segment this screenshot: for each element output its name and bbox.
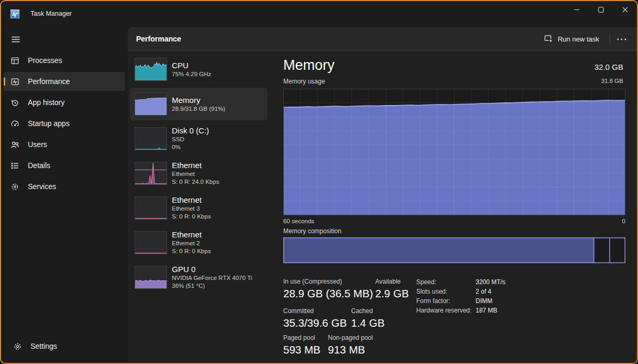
maximize-button[interactable]	[589, 1, 613, 18]
sidebar-item-label: Details	[28, 161, 50, 170]
perf-item-title: GPU 0	[172, 265, 252, 274]
perf-item-memory[interactable]: Memory28.9/31.8 GB (91%)	[130, 88, 267, 120]
close-button[interactable]	[613, 1, 637, 18]
sidebar-item-label: Startup apps	[28, 119, 69, 128]
info-label: Speed:	[416, 278, 476, 288]
perf-item-title: CPU	[172, 61, 211, 70]
services-icon	[11, 182, 19, 191]
info-row: Hardware reserved:187 MB	[416, 307, 506, 316]
run-new-task-label: Run new task	[558, 35, 599, 43]
panel-header: Performance Run new task	[128, 27, 637, 51]
info-value: DIMM	[476, 297, 492, 307]
performance-icon	[11, 77, 19, 86]
sidebar-item-label: Performance	[28, 77, 70, 86]
perf-item-gpu-0[interactable]: GPU 0NVIDIA GeForce RTX 4070 Ti36% (51 °…	[130, 261, 267, 294]
sidebar-item-label: App history	[28, 98, 65, 107]
sidebar-item-label: Users	[28, 140, 47, 149]
info-label: Form factor:	[416, 297, 476, 307]
perf-item-title: Disk 0 (C:)	[172, 126, 209, 136]
perf-item-subtext: S: 0 R: 24.0 Kbps	[172, 178, 219, 186]
perf-item-title: Ethernet	[172, 195, 211, 205]
info-label: Hardware reserved:	[416, 307, 476, 316]
sidebar-item-label: Settings	[30, 342, 57, 350]
perf-item-subtext: 0%	[172, 143, 209, 151]
detail-title: Memory	[283, 57, 335, 74]
info-row: Speed:3200 MT/s	[416, 278, 506, 288]
stat-paged-pool: Paged pool 593 MB	[283, 334, 321, 356]
hamburger-menu-icon[interactable]	[8, 32, 24, 47]
sidebar-settings-container: Settings	[4, 337, 125, 358]
perf-item-ethernet-2[interactable]: EthernetEthernet 2S: 0 R: 0 Kbps	[130, 226, 267, 259]
window-title: Task Manager	[30, 10, 72, 17]
chart-x-axis: 60 seconds 0	[283, 218, 625, 224]
sidebar-nav: ProcessesPerformanceApp historyStartup a…	[1, 51, 128, 198]
x-axis-left-label: 60 seconds	[283, 218, 314, 224]
sidebar-item-settings[interactable]: Settings	[6, 337, 122, 356]
perf-item-subtext: Ethernet 2	[172, 240, 211, 247]
sidebar-item-app-history[interactable]: App history	[4, 93, 125, 112]
window-controls	[564, 1, 637, 18]
sidebar-item-startup-apps[interactable]: Startup apps	[4, 114, 125, 133]
sidebar-item-processes[interactable]: Processes	[4, 51, 125, 70]
perf-item-title: Ethernet	[172, 230, 211, 240]
stat-committed: Committed 35.3/39.6 GB	[283, 307, 347, 329]
perf-item-subtext: 28.9/31.8 GB (91%)	[172, 105, 225, 113]
info-value: 3200 MT/s	[476, 278, 506, 288]
chart-scale-max: 31.8 GB	[601, 78, 623, 84]
perf-item-subtext: SSD	[172, 136, 209, 143]
ethernet-1-sparkline	[135, 162, 167, 184]
perf-item-disk-0[interactable]: Disk 0 (C:)SSD0%	[130, 122, 267, 155]
processes-icon	[11, 56, 19, 65]
sidebar-item-details[interactable]: Details	[4, 156, 125, 175]
info-value: 187 MB	[476, 307, 497, 316]
stat-non-paged-pool: Non-paged pool 913 MB	[328, 334, 373, 356]
performance-resource-list: CPU75% 4.29 GHzMemory28.9/31.8 GB (91%)D…	[130, 53, 267, 296]
cpu-sparkline	[135, 58, 167, 80]
ethernet-2-sparkline	[135, 232, 167, 254]
memory-sparkline	[135, 93, 167, 115]
sidebar-item-performance[interactable]: Performance	[4, 72, 125, 91]
x-axis-right-label: 0	[622, 218, 625, 224]
titlebar: Task Manager	[1, 1, 637, 27]
header-divider	[610, 34, 610, 45]
perf-item-ethernet-3[interactable]: EthernetEthernet 3S: 0 R: 0 Kbps	[130, 192, 267, 224]
run-new-task-button[interactable]: Run new task	[541, 32, 602, 47]
stat-in-use: In use (Compressed) 28.9 GB (36.5 MB)	[283, 278, 373, 300]
perf-item-subtext: Ethernet	[172, 170, 219, 178]
info-row: Slots used:2 of 4	[416, 288, 506, 297]
sidebar: ProcessesPerformanceApp historyStartup a…	[1, 27, 128, 363]
perf-item-subtext: NVIDIA GeForce RTX 4070 Ti	[172, 274, 252, 282]
hardware-info-list: Speed:3200 MT/sSlots used:2 of 4Form fac…	[416, 278, 506, 316]
minimize-button[interactable]	[564, 1, 589, 18]
stat-cached: Cached 1.4 GB	[351, 307, 385, 329]
memory-usage-chart	[283, 89, 625, 215]
main-panel: Performance Run new task CPU75% 4.	[128, 27, 637, 363]
page-title: Performance	[136, 35, 181, 43]
sidebar-item-services[interactable]: Services	[4, 177, 125, 196]
perf-item-ethernet-1[interactable]: EthernetEthernetS: 0 R: 24.0 Kbps	[130, 157, 267, 190]
sidebar-item-users[interactable]: Users	[4, 135, 125, 154]
memory-total: 32.0 GB	[594, 63, 623, 71]
perf-item-cpu[interactable]: CPU75% 4.29 GHz	[130, 53, 267, 86]
info-label: Slots used:	[416, 288, 476, 297]
task-manager-app-icon	[11, 9, 19, 18]
perf-item-subtext: 36% (51 °C)	[172, 282, 252, 290]
gear-icon	[13, 342, 22, 351]
run-new-task-icon	[544, 34, 553, 45]
perf-item-subtext: S: 0 R: 0 Kbps	[172, 213, 211, 221]
perf-item-subtext: 75% 4.29 GHz	[172, 70, 211, 78]
task-manager-window: Task Manager ProcessesPerformanceApp his…	[0, 0, 638, 364]
disk-0-sparkline	[135, 128, 167, 150]
perf-item-subtext: S: 0 R: 0 Kbps	[172, 247, 211, 255]
gpu-0-sparkline	[135, 266, 167, 288]
memory-composition-bar	[283, 237, 625, 263]
sidebar-item-label: Processes	[28, 56, 62, 65]
ethernet-3-sparkline	[135, 197, 167, 219]
memory-usage-label: Memory usage	[283, 78, 325, 85]
memory-composition-label: Memory composition	[283, 227, 342, 235]
users-icon	[11, 140, 19, 149]
more-options-icon[interactable]	[613, 32, 631, 47]
details-icon	[11, 161, 19, 170]
startup-apps-icon	[11, 119, 19, 128]
info-row: Form factor:DIMM	[416, 297, 506, 307]
